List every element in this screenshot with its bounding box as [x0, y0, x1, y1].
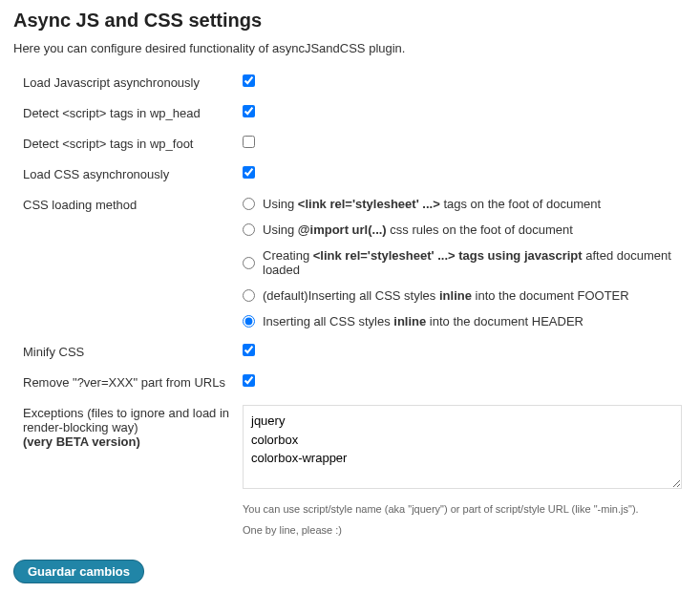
css-method-option-label: (default)Inserting all CSS styles inline… — [263, 288, 629, 303]
detect-head-checkbox[interactable] — [243, 105, 255, 117]
css-method-label: CSS loading method — [23, 197, 243, 212]
save-button[interactable]: Guardar cambios — [13, 560, 144, 583]
css-method-radio[interactable] — [243, 223, 255, 236]
detect-head-label: Detect <script> tags in wp_head — [23, 105, 243, 120]
remove-ver-label: Remove "?ver=XXX" part from URLs — [23, 374, 243, 390]
exceptions-help: You can use script/style name (aka "jque… — [243, 501, 687, 539]
remove-ver-checkbox[interactable] — [243, 374, 255, 387]
css-method-option[interactable]: Using @import url(...) css rules on the … — [243, 222, 687, 237]
detect-foot-label: Detect <script> tags in wp_foot — [23, 136, 243, 151]
page-title: Async JS and CSS settings — [13, 10, 687, 32]
load-js-async-checkbox[interactable] — [243, 74, 255, 87]
css-method-option-label: Creating <link rel='stylesheet' ...> tag… — [263, 248, 687, 277]
css-method-radio[interactable] — [243, 315, 255, 328]
css-method-option[interactable]: (default)Inserting all CSS styles inline… — [243, 288, 687, 303]
css-method-radio[interactable] — [243, 257, 255, 269]
css-method-option-label: Inserting all CSS styles inline into the… — [263, 314, 583, 328]
css-method-radio[interactable] — [243, 289, 255, 302]
page-description: Here you can configure desired functiona… — [13, 41, 687, 55]
css-method-option-label: Using @import url(...) css rules on the … — [263, 222, 573, 237]
minify-css-checkbox[interactable] — [243, 344, 255, 356]
exceptions-label: Exceptions (files to ignore and load in … — [23, 405, 243, 449]
load-css-async-label: Load CSS asynchronously — [23, 166, 243, 181]
css-method-option[interactable]: Using <link rel='stylesheet' ...> tags o… — [243, 197, 687, 211]
detect-foot-checkbox[interactable] — [243, 136, 255, 148]
load-js-async-label: Load Javascript asynchronously — [23, 74, 243, 90]
css-method-option-label: Using <link rel='stylesheet' ...> tags o… — [263, 197, 601, 211]
css-method-option[interactable]: Inserting all CSS styles inline into the… — [243, 314, 687, 328]
css-method-option[interactable]: Creating <link rel='stylesheet' ...> tag… — [243, 248, 687, 277]
load-css-async-checkbox[interactable] — [243, 166, 255, 179]
css-method-radio[interactable] — [243, 198, 255, 210]
exceptions-textarea[interactable] — [243, 405, 682, 489]
minify-css-label: Minify CSS — [23, 344, 243, 359]
css-method-radio-group: Using <link rel='stylesheet' ...> tags o… — [243, 197, 687, 328]
